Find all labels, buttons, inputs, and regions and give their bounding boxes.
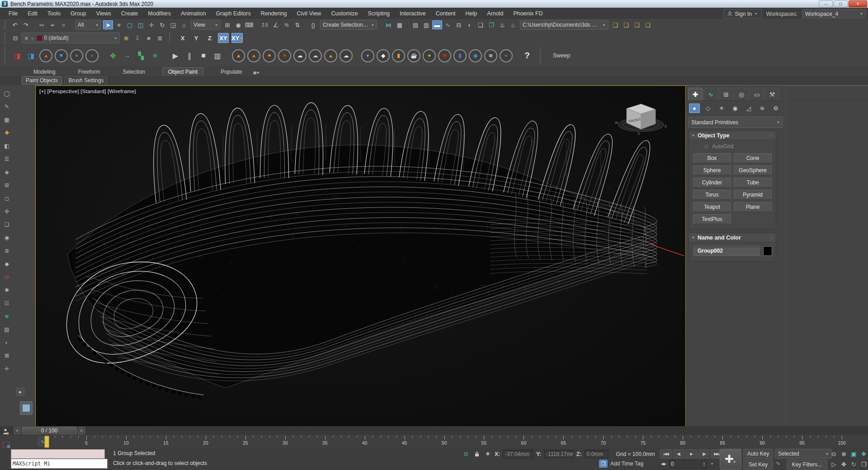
autogrid-checkbox[interactable]: AutoGrid — [703, 143, 776, 150]
sidebar-tool-10-icon[interactable]: ✣ — [1, 207, 12, 216]
phoenix-clouds-icon[interactable]: ☁ — [340, 49, 353, 62]
phoenix-whirlpool-icon[interactable]: ◉ — [469, 49, 482, 62]
set-key-button[interactable]: Set Key — [743, 460, 773, 470]
menu-item-rendering[interactable]: Rendering — [256, 8, 292, 19]
primitive-button-cylinder[interactable]: Cylinder — [693, 178, 731, 188]
subtab-paint-objects[interactable]: Paint Objects — [22, 76, 62, 85]
toolbar-drag-handle[interactable] — [5, 32, 7, 44]
zoom-extents-all-icon[interactable]: ❖ — [859, 449, 868, 459]
time-slider-handle[interactable]: 0 / 100 — [22, 427, 77, 434]
sidebar-tool-13-icon[interactable]: ≣ — [1, 246, 12, 255]
primitive-button-tube[interactable]: Tube — [734, 178, 772, 188]
set-keys-button[interactable]: ✚⚬ — [720, 449, 741, 470]
menu-item-tools[interactable]: Tools — [42, 8, 66, 19]
menu-item-modifiers[interactable]: Modifiers — [143, 8, 176, 19]
sidebar-tool-2-icon[interactable]: ✎ — [1, 102, 12, 111]
sidebar-tool-15-icon[interactable]: ⊙ — [1, 272, 12, 282]
rendered-frame-window-icon[interactable]: ❐ — [486, 20, 496, 29]
phoenix-ppg-icon[interactable]: ∘ — [85, 49, 99, 62]
ribbon-tab-freeform[interactable]: Freeform — [73, 68, 106, 76]
menu-item-graph-editors[interactable]: Graph Editors — [211, 8, 256, 19]
primitive-button-textplus[interactable]: TextPlus — [693, 214, 731, 224]
menu-item-animation[interactable]: Animation — [176, 8, 211, 19]
object-type-rollout-header[interactable]: ▼ Object Type ∷ — [689, 131, 776, 140]
menu-item-content[interactable]: Content — [431, 8, 461, 19]
pan-icon[interactable]: ✥ — [839, 459, 849, 469]
selection-lock-icon[interactable] — [473, 450, 481, 458]
panel-tab-hierarchy[interactable]: ⊞ — [719, 88, 733, 100]
paint-color-swatch-button[interactable] — [20, 401, 33, 415]
align-icon[interactable]: ▦ — [395, 20, 405, 29]
axis-constraint-x-button[interactable]: X — [177, 33, 188, 43]
category-geometry-icon[interactable]: ● — [689, 103, 700, 113]
sidebar-tool-6-icon[interactable]: ☰ — [1, 154, 12, 164]
time-slider-next-button[interactable]: > — [78, 427, 85, 434]
sidebar-tool-8-icon[interactable]: ⊞ — [1, 180, 12, 190]
perspective-viewport[interactable]: [+] [Perspective] [Standard] [Wireframe]… — [35, 85, 686, 427]
z-coordinate-field[interactable]: 0.0mm — [584, 450, 609, 458]
layer-explorer-icon[interactable]: ⊟ — [10, 33, 20, 42]
spinner-snap-icon[interactable]: ⇅ — [292, 20, 302, 29]
axis-constraint-z-button[interactable]: Z — [204, 33, 215, 43]
select-and-scale-icon[interactable]: ◲ — [168, 20, 178, 29]
select-and-link-icon[interactable]: ∾ — [37, 20, 47, 29]
workspace-tool-2-icon[interactable]: ❑ — [621, 20, 631, 29]
panel-tab-display[interactable]: ▭ — [750, 88, 764, 100]
primitive-button-box[interactable]: Box — [693, 153, 731, 163]
sidebar-tool-3-icon[interactable]: ▦ — [1, 115, 12, 124]
sidebar-tool-1-icon[interactable]: ◯ — [1, 89, 12, 98]
sidebar-tool-12-icon[interactable]: ◉ — [1, 233, 12, 242]
minimize-button[interactable]: — — [819, 0, 833, 7]
percent-snap-icon[interactable]: % — [282, 20, 292, 29]
phoenix-ice-icon[interactable]: ◆ — [377, 49, 390, 62]
name-and-color-rollout-header[interactable]: ▼ Name and Color ∷ — [689, 233, 776, 242]
menu-item-file[interactable]: File — [4, 8, 23, 19]
axis-constraint-xy-link-button[interactable]: XY∞ — [231, 33, 243, 43]
add-selection-to-layer-icon[interactable]: ⇩ — [132, 33, 142, 42]
axis-constraint-y-button[interactable]: Y — [191, 33, 202, 43]
phoenix-fire-quick-2-icon[interactable]: ▲ — [247, 49, 260, 62]
sidebar-tool-4-icon[interactable]: ✚ — [1, 128, 12, 137]
redo-icon[interactable]: ↷ — [21, 20, 31, 29]
frame-ruler[interactable]: 0510152025303540455055606570758085909510… — [42, 435, 854, 448]
object-color-swatch[interactable] — [763, 246, 772, 256]
sidebar-tool-7-icon[interactable]: ◈ — [1, 167, 12, 177]
select-and-place-icon[interactable]: ⌂ — [179, 20, 189, 29]
category-spacewarps-icon[interactable]: ≋ — [757, 103, 768, 113]
workspace-tool-4-icon[interactable]: ❑ — [643, 20, 653, 29]
phoenix-honey-icon[interactable]: ▾ — [423, 49, 436, 62]
phoenix-milk-icon[interactable]: ▮ — [453, 49, 467, 62]
select-objects-in-layer-icon[interactable]: ■ — [144, 33, 154, 42]
phoenix-explosion-1-icon[interactable]: ✶ — [263, 49, 276, 62]
zoom-icon[interactable]: ⊙ — [829, 449, 839, 459]
bind-to-space-warp-icon[interactable]: ≈ — [58, 20, 68, 29]
zoom-extents-icon[interactable]: ▣ — [849, 449, 859, 459]
use-pivot-point-center-icon[interactable]: ⊞ — [222, 20, 232, 29]
primitive-button-teapot[interactable]: Teapot — [693, 202, 731, 212]
keyboard-shortcut-override-icon[interactable]: ⌨ — [244, 20, 254, 29]
next-frame-button[interactable]: ||▶ — [698, 449, 710, 459]
x-coordinate-field[interactable]: -37.04mm — [503, 450, 533, 458]
sidebar-tool-17-icon[interactable]: ☷ — [1, 298, 12, 308]
phoenix-fire-preset-icon[interactable]: ◨ — [11, 50, 23, 61]
panel-tab-modify[interactable]: ∿ — [703, 88, 718, 100]
phoenix-help-icon[interactable]: ? — [521, 50, 533, 61]
menu-item-help[interactable]: Help — [461, 8, 482, 19]
toolbar-drag-handle[interactable] — [5, 47, 7, 64]
maxscript-mini-listener[interactable]: MAXScript Mi — [11, 459, 108, 469]
reference-coordinate-system-dropdown[interactable]: View▼ — [191, 20, 221, 30]
sidebar-tool-11-icon[interactable]: ❏ — [1, 220, 12, 229]
undo-icon[interactable]: ↶ — [10, 20, 20, 29]
object-name-field[interactable]: Group002 — [693, 246, 760, 256]
zoom-all-icon[interactable]: ⊕ — [839, 449, 849, 459]
view-cube[interactable]: W S E FRONT — [605, 92, 677, 142]
primitives-category-dropdown[interactable]: Standard Primitives ▼ — [688, 117, 783, 128]
sidebar-tool-20-icon[interactable]: ◐ — [1, 338, 12, 347]
key-mode-dropdown[interactable]: Selected ▼ — [775, 449, 832, 459]
phoenix-ocean-icon[interactable]: ≈ — [500, 49, 513, 62]
menu-item-views[interactable]: Views — [91, 8, 116, 19]
primitive-button-cone[interactable]: Cone — [734, 153, 772, 163]
project-folder-dropdown[interactable]: C:\Users\hp\Documents\3ds Max 2020▼ — [520, 20, 609, 30]
sidebar-tool-18-icon[interactable]: ≋ — [1, 311, 12, 321]
edit-named-selection-sets-icon[interactable]: {} — [308, 20, 318, 29]
